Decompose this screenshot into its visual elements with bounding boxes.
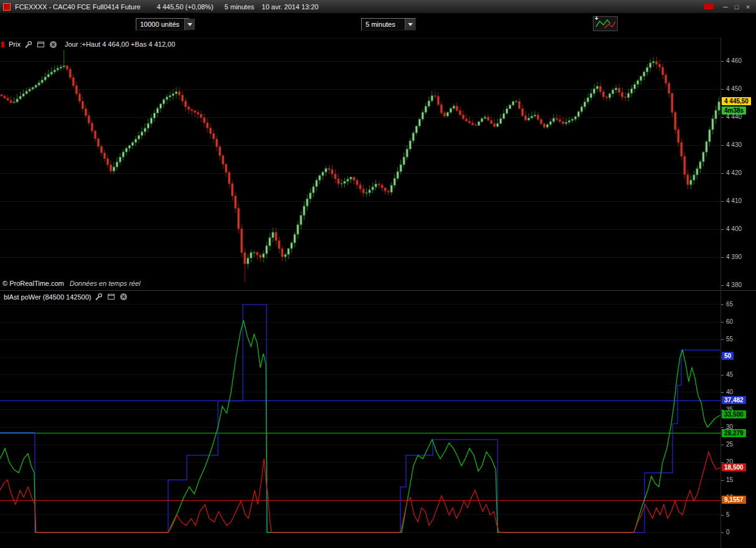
- indicator-chart-canvas[interactable]: [0, 303, 721, 535]
- axis-tick: [721, 145, 724, 146]
- blue-value-badge: 50: [722, 352, 734, 360]
- axis-tick: [721, 285, 724, 286]
- axis-tick: [721, 61, 724, 62]
- chevron-down-icon: [405, 19, 415, 30]
- detach-window-icon[interactable]: [106, 293, 116, 301]
- axis-tick: [721, 445, 724, 445]
- price-chart-canvas[interactable]: [0, 50, 721, 285]
- axis-label: 5: [726, 511, 730, 518]
- axis-label: 25: [726, 441, 733, 448]
- axis-label: 4 420: [726, 169, 742, 176]
- units-dropdown[interactable]: 10000 unités: [136, 18, 189, 31]
- axis-label: 0: [726, 529, 730, 536]
- axis-label: 4 390: [726, 253, 742, 260]
- minimize-button[interactable]: ─: [721, 3, 730, 11]
- timeframe-dropdown[interactable]: 5 minutes: [361, 18, 416, 31]
- price-panel-header: Prix Jour :+Haut 4 464,00 +Bas 4 412,00: [0, 38, 721, 50]
- indicator-panel-header: blAst poWer (84500 142500): [0, 291, 721, 303]
- wrench-icon[interactable]: [94, 293, 103, 301]
- axis-tick: [721, 392, 724, 393]
- panel-marker: [1, 42, 4, 47]
- axis-tick: [721, 480, 724, 481]
- detach-window-icon[interactable]: [36, 40, 45, 49]
- green-value-badge: 33,500: [722, 410, 746, 418]
- app-icon: [3, 3, 11, 11]
- axis-label: 4 440: [726, 113, 742, 120]
- last-price-badge: 4 445,50: [722, 97, 751, 105]
- red-value-badge: 18,500: [722, 463, 746, 471]
- maximize-button[interactable]: □: [732, 3, 742, 11]
- axis-tick: [721, 257, 724, 258]
- indicator-panel-title: blAst poWer (84500 142500): [4, 293, 91, 301]
- axis-tick: [721, 117, 724, 118]
- close-panel-icon[interactable]: [119, 293, 128, 301]
- green-level-badge: 28,279: [722, 429, 746, 437]
- indicator-chart[interactable]: [0, 303, 721, 535]
- axis-label: 4 400: [726, 225, 742, 232]
- wrench-icon[interactable]: [24, 40, 33, 49]
- day-high-low-info: Jour :+Haut 4 464,00 +Bas 4 412,00: [65, 40, 175, 48]
- axis-tick: [721, 427, 724, 428]
- chevron-down-icon: [184, 19, 195, 30]
- axis-label: 4 430: [726, 141, 742, 148]
- axis-tick: [721, 229, 724, 230]
- close-button[interactable]: ×: [743, 3, 753, 11]
- timeframe-dropdown-value: 5 minutes: [366, 21, 400, 28]
- price-panel-title: Prix: [9, 40, 21, 48]
- axis-tick: [721, 201, 724, 202]
- titlebar[interactable]: FCEXXXX - CAC40 FCE Full0414 Future 4 44…: [0, 0, 756, 14]
- countdown-badge: 4m38s: [722, 106, 746, 115]
- axis-label: 4 380: [726, 281, 742, 288]
- axis-label: 15: [726, 476, 733, 483]
- axis-label: 45: [726, 371, 733, 378]
- titlebar-datetime: 10 avr. 2014 13:20: [262, 3, 318, 11]
- red-level-badge: 9,1557: [722, 496, 746, 504]
- axis-tick: [721, 515, 724, 516]
- indicator-axis[interactable]: 656055504540353025201510505037,48233,500…: [721, 303, 756, 535]
- axis-label: 4 410: [726, 197, 742, 204]
- record-indicator: [704, 4, 714, 9]
- axis-tick: [721, 322, 724, 323]
- axis-tick: [721, 532, 724, 533]
- axis-label: 65: [726, 301, 733, 308]
- copyright-text: © ProRealTime.com: [2, 280, 64, 287]
- blue-level-badge: 37,482: [722, 396, 746, 404]
- axis-label: 40: [726, 389, 733, 395]
- units-dropdown-value: 10000 unités: [140, 21, 179, 28]
- axis-tick: [721, 305, 724, 305]
- axis-tick: [721, 339, 724, 340]
- axis-tick: [721, 173, 724, 174]
- axis-label: 4 450: [726, 85, 742, 92]
- price-axis[interactable]: 4 4604 4504 4404 4304 4204 4104 4004 390…: [721, 50, 756, 285]
- toolbar: 10000 unités 5 minutes +: [0, 14, 756, 38]
- window-title: FCEXXXX - CAC40 FCE Full0414 Future: [15, 3, 141, 11]
- axis-tick: [721, 375, 724, 376]
- titlebar-timeframe: 5 minutes: [225, 3, 255, 11]
- axis-tick: [721, 89, 724, 90]
- price-chart[interactable]: [0, 50, 721, 285]
- chart-style-button[interactable]: +: [593, 16, 618, 31]
- axis-label: 55: [726, 336, 733, 342]
- realtime-data-label: Données en temps réel: [70, 280, 141, 287]
- axis-label: 60: [726, 318, 733, 325]
- copyright-row: © ProRealTime.comDonnées en temps réel: [2, 280, 141, 287]
- plus-icon: +: [595, 15, 598, 22]
- axis-label: 4 460: [726, 57, 742, 64]
- titlebar-price: 4 445,50 (+0,08%): [157, 3, 214, 11]
- close-panel-icon[interactable]: [49, 40, 58, 49]
